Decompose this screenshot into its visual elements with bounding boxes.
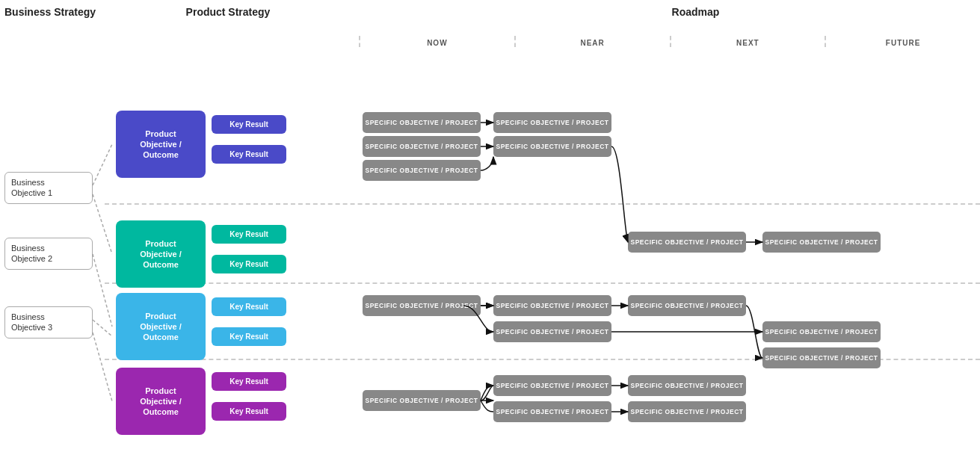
prod-obj-4: Product Objective / Outcome (116, 368, 206, 435)
svg-line-0 (93, 144, 112, 185)
col-now-label: NOW (359, 36, 514, 47)
roadmap-item-10: SPECIFIC OBJECTIVE / PROJECT (628, 295, 746, 316)
header-business-strategy: Business Strategy (0, 6, 105, 18)
prod-obj-2: Product Objective / Outcome (116, 220, 206, 288)
roadmap-item-15: SPECIFIC OBJECTIVE / PROJECT (493, 375, 611, 396)
key-result-4b: Key Result (212, 402, 286, 421)
roadmap-item-6: SPECIFIC OBJECTIVE / PROJECT (628, 232, 746, 253)
key-result-3b: Key Result (212, 327, 286, 346)
svg-line-4 (93, 333, 112, 401)
roadmap-item-13: SPECIFIC OBJECTIVE / PROJECT (762, 347, 881, 368)
roadmap-item-14: SPECIFIC OBJECTIVE / PROJECT (363, 390, 481, 411)
svg-line-2 (93, 254, 112, 327)
biz-obj-2: Business Objective 2 (4, 238, 93, 270)
roadmap-item-2: SPECIFIC OBJECTIVE / PROJECT (363, 136, 481, 157)
page-container: Business Strategy Product Strategy Roadm… (0, 0, 980, 473)
divider-2 (105, 282, 980, 284)
header-row: Business Strategy Product Strategy Roadm… (0, 6, 980, 18)
prod-obj-1: Product Objective / Outcome (116, 111, 206, 178)
key-result-2b: Key Result (212, 255, 286, 273)
biz-obj-3: Business Objective 3 (4, 306, 93, 338)
key-result-4a: Key Result (212, 372, 286, 391)
roadmap-item-12: SPECIFIC OBJECTIVE / PROJECT (762, 321, 881, 342)
col-next-label: NEXT (670, 36, 825, 47)
roadmap-item-5: SPECIFIC OBJECTIVE / PROJECT (493, 136, 611, 157)
prod-obj-3: Product Objective / Outcome (116, 293, 206, 360)
key-result-1a: Key Result (212, 115, 286, 134)
divider-1 (105, 203, 980, 205)
col-future-label: FUTURE (825, 36, 980, 47)
key-result-2a: Key Result (212, 225, 286, 244)
roadmap-item-16: SPECIFIC OBJECTIVE / PROJECT (493, 401, 611, 422)
svg-line-3 (93, 320, 112, 336)
header-roadmap: Roadmap (351, 6, 980, 18)
roadmap-item-11: SPECIFIC OBJECTIVE / PROJECT (493, 321, 611, 342)
roadmap-item-9: SPECIFIC OBJECTIVE / PROJECT (493, 295, 611, 316)
roadmap-item-17: SPECIFIC OBJECTIVE / PROJECT (628, 375, 746, 396)
col-near-label: NEAR (514, 36, 670, 47)
roadmap-item-8: SPECIFIC OBJECTIVE / PROJECT (363, 295, 481, 316)
roadmap-item-3: SPECIFIC OBJECTIVE / PROJECT (363, 160, 481, 181)
header-product-strategy: Product Strategy (105, 6, 351, 18)
roadmap-col-labels: NOW NEAR NEXT FUTURE (359, 36, 980, 47)
roadmap-item-1: SPECIFIC OBJECTIVE / PROJECT (363, 112, 481, 133)
roadmap-item-7: SPECIFIC OBJECTIVE / PROJECT (762, 232, 881, 253)
roadmap-item-18: SPECIFIC OBJECTIVE / PROJECT (628, 401, 746, 422)
biz-obj-1: Business Objective 1 (4, 172, 93, 204)
key-result-1b: Key Result (212, 145, 286, 164)
roadmap-item-4: SPECIFIC OBJECTIVE / PROJECT (493, 112, 611, 133)
key-result-3a: Key Result (212, 297, 286, 316)
